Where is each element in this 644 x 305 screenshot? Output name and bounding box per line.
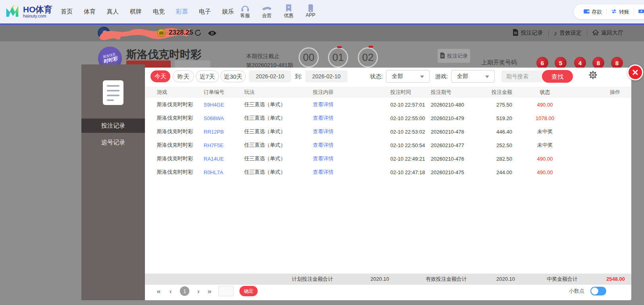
back-to-lobby-link[interactable]: 返回大厅 bbox=[592, 29, 623, 37]
win-total-value: 2548.00 bbox=[606, 274, 625, 285]
range-today-button[interactable]: 今天 bbox=[150, 70, 170, 82]
nav-item[interactable]: 娱乐 bbox=[222, 8, 234, 16]
last-page-button[interactable]: » bbox=[208, 287, 211, 296]
row-bet-amount: 275.50 bbox=[486, 102, 516, 108]
row-order-number-link[interactable]: S9H4GE bbox=[204, 102, 244, 108]
search-button[interactable]: 查找 bbox=[542, 70, 573, 83]
row-status: 490.00 bbox=[516, 169, 574, 175]
row-bet-amount: 446.40 bbox=[486, 129, 516, 135]
col-header-time: 投注时间 bbox=[390, 89, 431, 96]
date-from-input[interactable] bbox=[249, 70, 291, 82]
brand-logo-icon bbox=[5, 4, 20, 20]
row-order-number-link[interactable]: R0HL7A bbox=[204, 169, 244, 175]
top-nav: HO体育 haiouty.com 首页 体育 真人 棋牌 电竞 彩票 电子 娱乐… bbox=[0, 0, 644, 25]
row-view-details-link[interactable]: 查看详情 bbox=[313, 115, 390, 122]
row-game-name: 斯洛伐克时时彩 bbox=[157, 101, 204, 108]
draw-ball: 4 bbox=[574, 57, 586, 69]
range-7days-button[interactable]: 近7天 bbox=[196, 70, 219, 82]
row-view-details-link[interactable]: 查看详情 bbox=[313, 169, 390, 176]
prev-page-button[interactable]: ‹ bbox=[170, 287, 172, 296]
col-header-amount: 投注金额 bbox=[486, 89, 516, 96]
sound-settings-link[interactable]: ♪ 音效设定 bbox=[554, 29, 582, 37]
row-bet-time: 02-10 22:57:01 bbox=[390, 102, 431, 108]
music-note-icon: ♪ bbox=[554, 30, 557, 37]
quick-label: 客服 bbox=[237, 12, 253, 19]
row-play-type: 任三直选（单式） bbox=[244, 142, 313, 149]
sidebar-item-chase-records[interactable]: 追号记录 bbox=[81, 135, 145, 150]
quick-actions: 客服 合营 ¥ 优惠 APP bbox=[237, 3, 319, 19]
decimal-toggle-switch[interactable] bbox=[590, 287, 606, 295]
first-page-button[interactable]: « bbox=[157, 287, 160, 296]
plan-total-value: 2020.10 bbox=[370, 274, 389, 285]
promotions-button[interactable]: ¥ 优惠 bbox=[280, 3, 297, 19]
nav-item[interactable]: 首页 bbox=[61, 8, 73, 16]
row-order-number-link[interactable]: RR12PB bbox=[204, 129, 244, 135]
status-filter-label: 状态: bbox=[370, 70, 383, 82]
row-bet-time: 02-10 22:53:02 bbox=[390, 129, 431, 135]
nav-item[interactable]: 体育 bbox=[84, 8, 96, 16]
status-select[interactable]: 全部 bbox=[386, 70, 430, 83]
game-select-value: 全部 bbox=[457, 73, 468, 80]
row-bet-amount: 282.50 bbox=[486, 156, 516, 162]
row-view-details-link[interactable]: 查看详情 bbox=[313, 101, 390, 108]
headset-icon bbox=[237, 3, 253, 12]
date-to-input[interactable] bbox=[305, 70, 347, 82]
page-confirm-button[interactable]: 确定 bbox=[239, 286, 258, 296]
row-status: 未中奖 bbox=[516, 128, 574, 135]
modal-close-button[interactable] bbox=[627, 64, 643, 80]
col-header-content: 投注内容 bbox=[313, 89, 390, 96]
row-status: 490.00 bbox=[516, 156, 574, 162]
period-search-input[interactable] bbox=[501, 70, 545, 82]
bet-records-link[interactable]: 投注记录 bbox=[513, 29, 543, 37]
row-order-number-link[interactable]: S066WA bbox=[204, 115, 244, 121]
nav-item[interactable]: 电竞 bbox=[153, 8, 165, 16]
nav-item[interactable]: 真人 bbox=[107, 8, 119, 16]
range-yesterday-button[interactable]: 昨天 bbox=[173, 70, 194, 82]
row-view-details-link[interactable]: 查看详情 bbox=[313, 155, 390, 162]
nav-item[interactable]: 棋牌 bbox=[130, 8, 142, 16]
col-header-status: 状态 bbox=[516, 89, 574, 96]
deposit-button[interactable]: 存款 bbox=[579, 8, 606, 16]
page-jump-input[interactable] bbox=[218, 286, 233, 296]
next-page-button[interactable]: › bbox=[197, 287, 200, 296]
date-to-label: 到: bbox=[295, 70, 302, 82]
range-30days-button[interactable]: 近30天 bbox=[220, 70, 246, 82]
countdown-seconds: 02 bbox=[358, 47, 378, 68]
row-game-name: 斯洛伐克时时彩 bbox=[157, 142, 204, 149]
sidebar-item-bet-records[interactable]: 投注记录 bbox=[81, 119, 145, 133]
countdown-hours: 00 bbox=[299, 47, 319, 68]
row-view-details-link[interactable]: 查看详情 bbox=[313, 142, 390, 149]
countdown-progress-tick bbox=[368, 46, 373, 48]
partnership-button[interactable]: 合营 bbox=[258, 3, 275, 19]
refresh-balance-icon[interactable] bbox=[194, 29, 202, 38]
row-play-type: 任三直选（单式） bbox=[244, 155, 313, 162]
brand-name: HO体育 bbox=[23, 5, 52, 14]
bet-record-button-dimmed[interactable]: 投注记录 bbox=[438, 49, 470, 63]
row-game-name: 斯洛伐克时时彩 bbox=[157, 155, 204, 162]
eye-toggle-icon[interactable] bbox=[208, 30, 217, 38]
app-download-button[interactable]: APP bbox=[302, 3, 319, 19]
nav-item[interactable]: 电子 bbox=[199, 8, 211, 16]
coupon-ribbon-icon: ¥ bbox=[280, 3, 297, 12]
withdraw-button[interactable]: 取款 bbox=[634, 8, 644, 16]
row-bet-period: 20260210-477 bbox=[431, 142, 486, 148]
row-view-details-link[interactable]: 查看详情 bbox=[313, 128, 390, 135]
brand-logo[interactable]: HO体育 haiouty.com bbox=[5, 4, 52, 20]
transfer-button[interactable]: 转账 bbox=[607, 8, 634, 16]
customer-service-button[interactable]: 客服 bbox=[237, 3, 253, 19]
game-select[interactable]: 全部 bbox=[451, 70, 495, 83]
totals-bar: 计划投注金额合计 2020.10 有效投注金额合计 2020.10 中奖金额合计… bbox=[145, 274, 631, 285]
bet-record-button-label: 投注记录 bbox=[447, 52, 468, 60]
sound-settings-label: 音效设定 bbox=[559, 29, 582, 37]
row-game-name: 斯洛伐克时时彩 bbox=[157, 169, 204, 176]
row-bet-period: 20260210-480 bbox=[431, 102, 486, 108]
row-order-number-link[interactable]: RA14UE bbox=[204, 156, 244, 162]
divider bbox=[548, 30, 549, 36]
handshake-icon bbox=[258, 3, 275, 12]
row-bet-period: 20260210-478 bbox=[431, 129, 486, 135]
brand-domain: haiouty.com bbox=[23, 14, 52, 19]
row-order-number-link[interactable]: RH7F5E bbox=[204, 142, 244, 148]
gear-settings-icon[interactable] bbox=[589, 71, 597, 81]
table-row: 斯洛伐克时时彩S9H4GE任三直选（单式）查看详情02-10 22:57:012… bbox=[145, 98, 631, 111]
nav-item-active[interactable]: 彩票 bbox=[176, 8, 188, 16]
